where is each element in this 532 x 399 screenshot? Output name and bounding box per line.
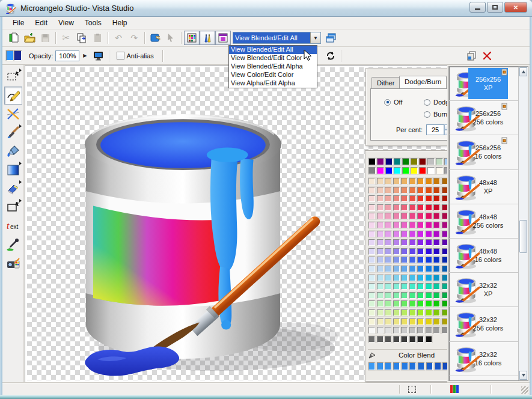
palette-swatch[interactable] (442, 231, 448, 237)
palette-swatch[interactable] (426, 231, 432, 237)
antialias-checkbox[interactable] (117, 52, 124, 59)
palette-swatch[interactable] (377, 239, 384, 246)
cascade-windows-button[interactable] (323, 31, 338, 45)
palette-swatch[interactable] (417, 248, 424, 255)
blend-swatch[interactable] (435, 362, 441, 370)
palette-swatch[interactable] (377, 327, 384, 334)
scroll-down-button[interactable] (519, 371, 527, 380)
palette-swatch[interactable] (393, 336, 400, 343)
palette-swatch[interactable] (394, 158, 401, 165)
format-item-256x256-XP[interactable]: 256x256XP (449, 67, 518, 101)
palette-swatch[interactable] (377, 195, 384, 202)
maximize-button[interactable] (487, 2, 503, 13)
palette-swatch[interactable] (401, 266, 408, 272)
palette-swatch[interactable] (377, 292, 384, 299)
palette-swatch[interactable] (385, 300, 391, 307)
format-item-32x32-XP[interactable]: 32x32XP (449, 273, 518, 307)
palette-swatch[interactable] (419, 167, 426, 174)
blend-swatch[interactable] (418, 362, 424, 370)
palette-swatch[interactable] (368, 327, 375, 334)
palette-swatch[interactable] (433, 257, 440, 263)
palette-swatch[interactable] (368, 318, 375, 325)
palette-swatch[interactable] (385, 275, 391, 281)
show-palette-button[interactable] (184, 31, 200, 45)
palette-swatch[interactable] (377, 222, 384, 228)
palette-swatch[interactable] (442, 187, 448, 193)
palette-swatch[interactable] (427, 158, 435, 165)
blend-left-picker-icon[interactable] (368, 351, 378, 359)
palette-swatch[interactable] (368, 187, 375, 193)
palette-swatch[interactable] (409, 213, 416, 219)
palette-swatch[interactable] (401, 248, 408, 255)
palette-swatch[interactable] (409, 222, 416, 228)
palette-swatch[interactable] (402, 158, 409, 165)
palette-swatch[interactable] (401, 231, 408, 237)
dropper-tool-button[interactable] (4, 236, 22, 254)
menu-help[interactable]: Help (107, 17, 133, 28)
palette-swatch[interactable] (426, 222, 432, 228)
palette-swatch[interactable] (368, 275, 375, 281)
palette-swatch[interactable] (444, 167, 447, 174)
palette-swatch[interactable] (385, 187, 391, 193)
palette-swatch[interactable] (442, 178, 448, 184)
blend-swatch[interactable] (442, 362, 447, 370)
edit-image-button[interactable] (147, 31, 163, 45)
palette-swatch[interactable] (393, 327, 400, 334)
pencil-tool-button[interactable] (4, 87, 22, 105)
menu-edit[interactable]: Edit (29, 17, 53, 28)
palette-swatch[interactable] (385, 292, 391, 299)
palette-swatch[interactable] (426, 292, 432, 299)
palette-swatch[interactable] (368, 178, 375, 184)
palette-swatch[interactable] (394, 167, 401, 174)
copy-button[interactable] (74, 31, 90, 45)
palette-swatch[interactable] (409, 248, 416, 255)
palette-swatch[interactable] (433, 222, 440, 228)
palette-swatch[interactable] (442, 318, 448, 325)
palette-swatch[interactable] (442, 213, 448, 219)
palette-swatch[interactable] (442, 275, 448, 281)
palette-swatch[interactable] (436, 158, 443, 165)
palette-swatch[interactable] (393, 239, 400, 246)
format-item-48x48-16-colors[interactable]: 48x4816 colors (449, 239, 518, 273)
format-item-256x256-16-colors[interactable]: 256x25616 colors (449, 135, 518, 169)
palette-swatch[interactable] (427, 167, 435, 174)
palette-swatch[interactable] (401, 300, 408, 307)
palette-swatch[interactable] (417, 292, 424, 299)
blend-swatch[interactable] (402, 362, 408, 370)
palette-swatch[interactable] (417, 204, 424, 211)
open-button[interactable] (22, 31, 37, 45)
palette-swatch[interactable] (433, 283, 440, 290)
palette-swatch[interactable] (417, 213, 424, 219)
scroll-up-button[interactable] (519, 67, 527, 76)
palette-swatch[interactable] (426, 309, 432, 316)
palette-swatch[interactable] (426, 187, 432, 193)
palette-swatch[interactable] (385, 239, 391, 246)
palette-swatch[interactable] (377, 336, 384, 343)
palette-swatch[interactable] (417, 257, 424, 263)
palette-swatch[interactable] (401, 195, 408, 202)
show-tools-button[interactable] (200, 31, 215, 45)
blend-swatch[interactable] (377, 362, 384, 370)
title-bar[interactable]: Microangelo Studio- Vista Studio ✕ (0, 0, 532, 17)
palette-swatch[interactable] (402, 167, 409, 174)
palette-swatch[interactable] (385, 204, 391, 211)
palette-swatch[interactable] (368, 336, 375, 343)
palette-swatch[interactable] (426, 327, 432, 334)
blend-swatch[interactable] (426, 362, 433, 370)
palette-swatch[interactable] (417, 318, 424, 325)
show-preview-button[interactable] (215, 31, 231, 45)
paste-button[interactable] (90, 31, 105, 45)
palette-swatch[interactable] (393, 292, 400, 299)
palette-swatch[interactable] (368, 292, 375, 299)
palette-swatch[interactable] (444, 158, 447, 165)
palette-swatch[interactable] (368, 266, 375, 272)
palette-swatch[interactable] (377, 266, 384, 272)
palette-swatch[interactable] (385, 336, 391, 343)
palette-swatch[interactable] (393, 195, 400, 202)
palette-swatch[interactable] (385, 283, 391, 290)
view-mode-combobox[interactable]: View Blended/Edit All ▼ (233, 32, 321, 44)
palette-swatch[interactable] (426, 300, 432, 307)
palette-swatch[interactable] (442, 292, 448, 299)
format-item-256x256-256-colors[interactable]: 256x256256 colors (449, 101, 518, 135)
palette-swatch[interactable] (385, 248, 391, 255)
